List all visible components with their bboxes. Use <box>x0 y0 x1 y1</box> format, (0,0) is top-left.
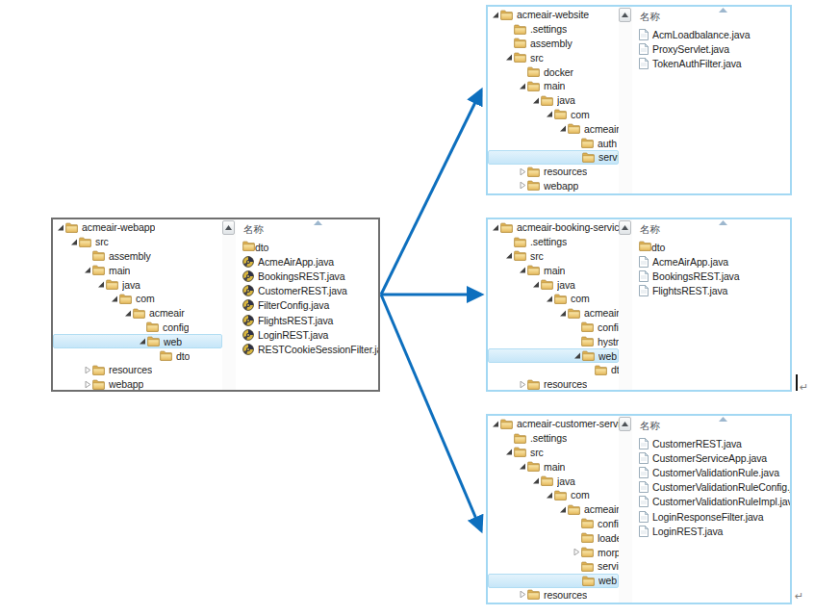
tree-item-java[interactable]: java <box>488 474 619 488</box>
tree-item-main[interactable]: main <box>53 263 222 277</box>
tree-item-resources[interactable]: resources <box>488 377 619 390</box>
expand-toggle-icon[interactable] <box>491 420 500 428</box>
expand-toggle-icon[interactable] <box>83 266 92 274</box>
file-item-bookingsrest-java[interactable]: BookingsREST.java <box>632 269 790 283</box>
expand-toggle-icon[interactable] <box>96 280 106 289</box>
tree-item-acmeair-website[interactable]: acmeair-website <box>488 8 619 22</box>
tree-item-src[interactable]: src <box>488 249 619 264</box>
tree-item-service[interactable]: service <box>488 559 619 574</box>
file-item-flightsrest-java[interactable]: FlightsREST.java <box>632 284 790 298</box>
file-item-proxyservlet-java[interactable]: ProxyServlet.java <box>632 41 790 56</box>
column-header-name[interactable]: 名称 <box>632 9 790 24</box>
tree-item-acmeair[interactable]: acmeair <box>488 502 619 517</box>
file-item-flightsrest-java[interactable]: FlightsREST.java <box>236 313 378 327</box>
tree-item-acmeair[interactable]: acmeair <box>53 306 222 321</box>
expand-toggle-icon[interactable] <box>558 309 568 318</box>
tree-item-service[interactable]: service <box>488 150 619 165</box>
expand-toggle-icon[interactable] <box>545 491 554 500</box>
file-item-dto[interactable]: dto <box>632 240 790 254</box>
file-item-customervalidationruleconfig-java[interactable]: CustomerValidationRuleConfig.java <box>632 480 790 495</box>
expand-toggle-icon[interactable] <box>56 223 65 232</box>
tree-item-assembly[interactable]: assembly <box>488 37 619 51</box>
tree-item-loader[interactable]: loader <box>488 530 619 545</box>
column-header-name[interactable]: 名称 <box>632 418 790 433</box>
expand-toggle-icon[interactable] <box>518 82 527 90</box>
expand-toggle-icon[interactable] <box>491 11 500 19</box>
scroll-up-button[interactable] <box>619 417 631 431</box>
expand-toggle-icon[interactable] <box>545 110 554 118</box>
tree-item-acmeair[interactable]: acmeair <box>488 121 619 136</box>
tree-item-main[interactable]: main <box>488 459 619 474</box>
collapse-toggle-icon[interactable] <box>518 181 527 190</box>
tree-item-com[interactable]: com <box>488 108 619 122</box>
scroll-up-button[interactable] <box>619 220 631 235</box>
tree-scrollbar[interactable] <box>619 219 632 390</box>
tree-item-config[interactable]: config <box>53 321 222 335</box>
tree-item-web[interactable]: web <box>488 348 619 363</box>
tree-item-config[interactable]: config <box>488 321 619 335</box>
collapse-toggle-icon[interactable] <box>572 548 581 556</box>
expand-toggle-icon[interactable] <box>558 505 568 514</box>
tree-item-morphia[interactable]: morphia <box>488 545 619 559</box>
tree-item-resources[interactable]: resources <box>488 588 619 603</box>
expand-toggle-icon[interactable] <box>138 337 147 346</box>
expand-toggle-icon[interactable] <box>123 309 133 318</box>
scroll-up-button[interactable] <box>619 8 631 22</box>
tree-item-resources[interactable]: resources <box>488 165 619 179</box>
tree-item-web[interactable]: web <box>488 574 619 588</box>
tree-item-src[interactable]: src <box>488 50 619 64</box>
file-item-restcookiesessionfilter-java[interactable]: RESTCookieSessionFilter.java <box>236 342 378 356</box>
tree-item-settings[interactable]: .settings <box>488 235 619 249</box>
file-item-acmloadbalance-java[interactable]: AcmLoadbalance.java <box>632 27 790 41</box>
file-item-acmeairapp-java[interactable]: AcmeAirApp.java <box>632 254 790 269</box>
tree-item-java[interactable]: java <box>488 93 619 108</box>
tree-item-java[interactable]: java <box>53 277 222 292</box>
tree-item-com[interactable]: com <box>488 292 619 306</box>
column-header-name[interactable]: 名称 <box>632 221 790 237</box>
expand-toggle-icon[interactable] <box>573 351 582 360</box>
file-item-loginrest-java[interactable]: LoginREST.java <box>632 524 790 538</box>
tree-item-settings[interactable]: .settings <box>488 22 619 37</box>
tree-item-web[interactable]: web <box>53 334 222 348</box>
expand-toggle-icon[interactable] <box>69 238 79 246</box>
column-header-name[interactable]: 名称 <box>236 221 378 237</box>
tree-item-acmeair-booking-service[interactable]: acmeair-booking-service <box>488 220 619 235</box>
tree-item-com[interactable]: com <box>53 292 222 306</box>
expand-toggle-icon[interactable] <box>504 251 514 260</box>
tree-item-acmeair-customer-service[interactable]: acmeair-customer-service <box>488 417 619 431</box>
tree-item-assembly[interactable]: assembly <box>53 249 222 264</box>
expand-toggle-icon[interactable] <box>531 280 541 289</box>
tree-item-resources[interactable]: resources <box>53 363 222 377</box>
file-item-acmeairapp-java[interactable]: AcmeAirApp.java <box>236 254 378 269</box>
tree-item-webapp[interactable]: webapp <box>488 179 619 193</box>
tree-item-src[interactable]: src <box>53 235 222 249</box>
tree-item-hystrix[interactable]: hystrix <box>488 334 619 348</box>
collapse-toggle-icon[interactable] <box>518 167 527 176</box>
collapse-toggle-icon[interactable] <box>83 366 92 374</box>
expand-toggle-icon[interactable] <box>491 223 500 232</box>
tree-item-config[interactable]: config <box>488 517 619 531</box>
collapse-toggle-icon[interactable] <box>518 380 527 389</box>
expand-toggle-icon[interactable] <box>531 476 541 485</box>
expand-toggle-icon[interactable] <box>531 96 541 105</box>
file-item-customerserviceapp-java[interactable]: CustomerServiceApp.java <box>632 450 790 465</box>
collapse-toggle-icon[interactable] <box>518 590 527 599</box>
tree-scrollbar[interactable] <box>619 7 632 193</box>
file-item-dto[interactable]: dto <box>236 240 378 254</box>
tree-item-java[interactable]: java <box>488 277 619 292</box>
tree-item-main[interactable]: main <box>488 263 619 277</box>
file-item-tokenauthfilter-java[interactable]: TokenAuthFilter.java <box>632 56 790 70</box>
tree-item-settings[interactable]: .settings <box>488 431 619 446</box>
file-item-bookingsrest-java[interactable]: BookingsREST.java <box>236 269 378 283</box>
tree-item-webapp[interactable]: webapp <box>53 377 222 390</box>
expand-toggle-icon[interactable] <box>545 295 554 303</box>
file-item-customerrest-java[interactable]: CustomerREST.java <box>236 284 378 298</box>
tree-item-docker[interactable]: docker <box>488 64 619 79</box>
collapse-toggle-icon[interactable] <box>83 380 92 389</box>
scroll-up-button[interactable] <box>222 220 235 235</box>
tree-item-auth[interactable]: auth <box>488 136 619 150</box>
file-item-customervalidationruleimpl-java[interactable]: CustomerValidationRuleImpl.java <box>632 495 790 509</box>
tree-item-main[interactable]: main <box>488 79 619 93</box>
expand-toggle-icon[interactable] <box>518 266 527 274</box>
file-item-filterconfig-java[interactable]: FilterConfig.java <box>236 298 378 313</box>
